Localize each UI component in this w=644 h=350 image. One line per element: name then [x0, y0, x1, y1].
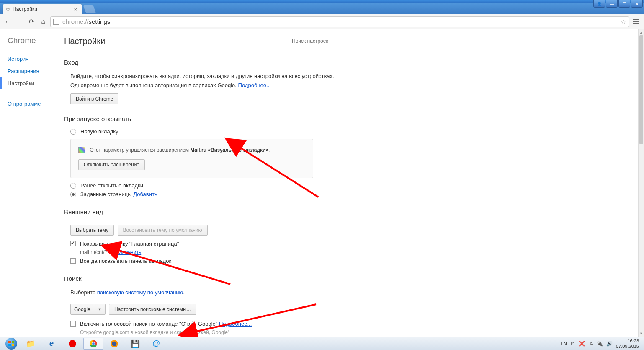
show-bookmarks-bar-option[interactable]: Всегда показывать панель закладок [70, 258, 638, 264]
url-scheme: chrome:// [62, 18, 89, 25]
tray-flag-icon[interactable]: 🏳 [570, 341, 575, 347]
voice-learn-more-link[interactable]: Подробнее... [219, 321, 252, 327]
startup-specific-pages-option[interactable]: Заданные страницы Добавить [70, 191, 638, 197]
radio-label: Заданные страницы [80, 191, 133, 197]
appearance-heading: Внешний вид [64, 208, 638, 215]
reset-theme-button[interactable]: Восстановить тему по умолчанию [118, 225, 208, 236]
add-pages-link[interactable]: Добавить [133, 191, 157, 197]
login-text1: Войдите, чтобы синхронизировать вкладки,… [70, 72, 638, 81]
tray-network-icon[interactable]: 🖧 [588, 341, 593, 347]
enable-voice-search-option[interactable]: Включить голосовой поиск по команде "О'к… [70, 321, 638, 327]
checkbox-label: Всегда показывать панель закладок [80, 258, 171, 264]
select-value: Google [74, 306, 90, 312]
close-tab-button[interactable]: × [72, 6, 79, 13]
radio-label: Новую вкладку [80, 128, 118, 135]
login-text2: Одновременно будет выполнена авторизация… [70, 82, 238, 88]
radio-icon [70, 129, 76, 135]
back-button[interactable]: ← [3, 17, 13, 26]
vertical-scrollbar[interactable]: ▲ ▼ [638, 29, 644, 337]
sign-in-button[interactable]: Войти в Chrome [70, 93, 118, 104]
tab-strip: ⚙ Настройки × [0, 3, 644, 14]
window-titlebar [0, 0, 644, 3]
minimize-button[interactable]: — [606, 0, 618, 8]
section-search: Поиск Выберите поисковую систему по умол… [64, 275, 638, 335]
radio-label: Ранее открытые вкладки [80, 182, 143, 189]
taskbar-explorer[interactable]: 📁 [21, 338, 41, 350]
browser-tab-settings[interactable]: ⚙ Настройки × [3, 4, 82, 14]
search-settings-input[interactable] [289, 36, 353, 46]
checkbox-icon [70, 321, 76, 327]
startup-previous-tabs-option[interactable]: Ранее открытые вкладки [70, 182, 638, 189]
section-login: Вход Войдите, чтобы синхронизировать вкл… [64, 59, 638, 104]
nav-history[interactable]: История [0, 53, 64, 65]
nav-extensions[interactable]: Расширения [0, 65, 64, 77]
tray-volume-icon[interactable]: 🔊 [606, 341, 613, 347]
chrome-menu-button[interactable] [631, 19, 641, 24]
window-controls: 👤 — ❐ ✕ [593, 0, 643, 8]
checkbox-icon [70, 241, 76, 246]
scroll-down-icon[interactable]: ▼ [639, 331, 644, 337]
radio-icon [70, 192, 76, 197]
search-engine-select[interactable]: Google ▼ [70, 304, 106, 315]
settings-page: Chrome История Расширения Настройки О пр… [0, 29, 638, 337]
default-search-link[interactable]: поисковую систему по умолчанию [97, 289, 183, 296]
maximize-button[interactable]: ❐ [618, 0, 630, 8]
radio-icon [70, 183, 76, 189]
tray-language[interactable]: EN [561, 341, 567, 346]
search-choose-text: Выберите [70, 289, 97, 296]
gear-icon: ⚙ [6, 7, 10, 12]
settings-sidebar: Chrome История Расширения Настройки О пр… [0, 29, 64, 337]
scrollbar-thumb[interactable] [639, 35, 643, 144]
login-heading: Вход [64, 59, 638, 66]
extension-controlled-notice: Этот параметр управляется расширением Ma… [70, 139, 313, 178]
nav-settings[interactable]: Настройки [0, 77, 64, 89]
address-bar[interactable]: chrome://settings ☆ [50, 16, 629, 27]
taskbar-firefox[interactable] [104, 338, 124, 350]
manage-search-engines-button[interactable]: Настроить поисковые системы... [109, 304, 196, 315]
checkbox-icon [70, 258, 76, 264]
browser-toolbar: ← → ⟳ ⌂ chrome://settings ☆ [0, 14, 644, 29]
start-button[interactable] [3, 338, 20, 350]
taskbar-opera[interactable] [62, 338, 82, 350]
disable-extension-button[interactable]: Отключить расширение [78, 159, 145, 170]
bookmark-star-icon[interactable]: ☆ [621, 18, 626, 26]
tray-clock[interactable]: 16:23 07.09.2015 [616, 338, 639, 348]
page-title: Настройки [64, 36, 105, 46]
reload-button[interactable]: ⟳ [27, 17, 36, 26]
tab-title: Настройки [13, 6, 37, 12]
login-learn-more-link[interactable]: Подробнее... [238, 82, 271, 88]
checkbox-label: Показывать кнопку "Главная страница" [80, 241, 179, 247]
home-button[interactable]: ⌂ [39, 17, 48, 26]
taskbar-chrome[interactable] [83, 338, 103, 350]
search-heading: Поиск [64, 275, 638, 282]
forward-button[interactable]: → [15, 17, 24, 26]
system-tray: EN 🏳 ❌ 🖧 🔌 🔊 16:23 07.09.2015 [561, 338, 641, 348]
section-startup: При запуске открывать Новую вкладку Этот… [64, 115, 638, 197]
checkbox-label: Включить голосовой поиск по команде "О'к… [80, 321, 219, 327]
tray-time: 16:23 [616, 338, 639, 343]
chrome-brand: Chrome [0, 36, 64, 53]
close-window-button[interactable]: ✕ [631, 0, 643, 8]
voice-sub-text: Откройте google.com в новой вкладке и ск… [80, 329, 638, 335]
tray-shield-icon[interactable]: ❌ [579, 341, 585, 347]
taskbar-app-1[interactable]: 💾 [125, 338, 145, 350]
taskbar-ie[interactable]: e [41, 338, 62, 350]
settings-content: Настройки Вход Войдите, чтобы синхронизи… [64, 29, 638, 337]
startup-heading: При запуске открывать [64, 115, 638, 122]
change-home-link[interactable]: Изменить [118, 249, 141, 255]
tray-power-icon[interactable]: 🔌 [597, 341, 603, 347]
startup-new-tab-option[interactable]: Новую вкладку [70, 128, 638, 135]
show-home-button-option[interactable]: Показывать кнопку "Главная страница" [70, 241, 638, 247]
url-path: settings [89, 18, 111, 25]
ext-notice-text: Этот параметр управляется расширением [90, 147, 190, 153]
new-tab-button[interactable] [83, 5, 96, 13]
section-appearance: Внешний вид Выбрать тему Восстановить те… [64, 208, 638, 264]
scroll-up-icon[interactable]: ▲ [639, 29, 644, 35]
choose-theme-button[interactable]: Выбрать тему [70, 225, 114, 236]
taskbar-mailru[interactable]: @ [146, 338, 166, 350]
extension-icon [78, 147, 85, 153]
user-button[interactable]: 👤 [593, 0, 605, 8]
ext-name: Mail.ru «Визуальные закладки» [190, 147, 268, 153]
page-icon [53, 19, 59, 25]
nav-about[interactable]: О программе [0, 98, 64, 110]
